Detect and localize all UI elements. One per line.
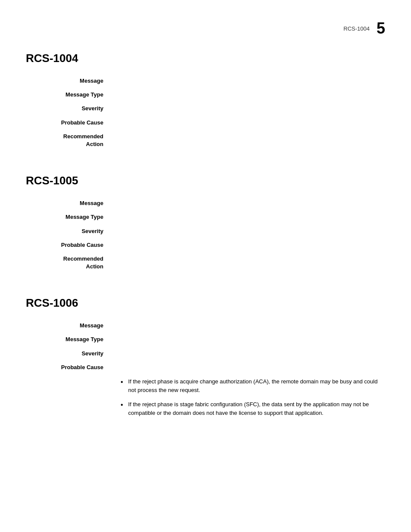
bullet-item-2-0: If the reject phase is acquire change au… (112, 377, 385, 394)
field-label-2-3: Probable Cause (26, 364, 112, 371)
field-row-2-2: Severity (26, 350, 385, 358)
field-row-1-2: Severity (26, 227, 385, 235)
bullet-item-2-1: If the reject phase is stage fabric conf… (112, 400, 385, 417)
field-row-1-3: Probable Cause (26, 241, 385, 249)
field-row-1-4: Recommended Action (26, 255, 385, 271)
bullet-container-2: If the reject phase is acquire change au… (112, 377, 385, 423)
section-title-rcs-1005: RCS-1005 (26, 174, 385, 187)
field-row-0-2: Severity (26, 105, 385, 112)
header-page-number: 5 (377, 21, 385, 36)
bullet-row-2: If the reject phase is acquire change au… (26, 377, 385, 423)
field-row-0-4: Recommended Action (26, 133, 385, 148)
header-code: RCS-1004 (343, 25, 370, 32)
field-label-1-4: Recommended Action (26, 255, 112, 271)
section-rcs-1004: RCS-1004MessageMessage TypeSeverityProba… (26, 52, 385, 148)
field-row-0-0: Message (26, 77, 385, 85)
bullet-text-2-1: If the reject phase is stage fabric conf… (128, 400, 385, 417)
page-content: RCS-1004MessageMessage TypeSeverityProba… (0, 0, 411, 475)
field-row-2-3: Probable Cause (26, 364, 385, 371)
field-label-0-0: Message (26, 77, 112, 85)
field-label-2-2: Severity (26, 350, 112, 358)
field-label-2-1: Message Type (26, 336, 112, 343)
field-label-0-1: Message Type (26, 91, 112, 99)
page-header: RCS-1004 5 (343, 21, 385, 36)
bullet-text-2-0: If the reject phase is acquire change au… (128, 377, 385, 394)
field-label-1-2: Severity (26, 227, 112, 235)
section-title-rcs-1006: RCS-1006 (26, 296, 385, 310)
field-label-0-3: Probable Cause (26, 119, 112, 127)
field-row-0-1: Message Type (26, 91, 385, 99)
field-label-0-4: Recommended Action (26, 133, 112, 148)
section-rcs-1006: RCS-1006MessageMessage TypeSeverityProba… (26, 296, 385, 423)
field-row-1-1: Message Type (26, 213, 385, 221)
field-row-2-0: Message (26, 322, 385, 330)
field-label-0-2: Severity (26, 105, 112, 112)
field-label-1-3: Probable Cause (26, 241, 112, 249)
section-rcs-1005: RCS-1005MessageMessage TypeSeverityProba… (26, 174, 385, 271)
section-title-rcs-1004: RCS-1004 (26, 52, 385, 65)
bullet-list-2: If the reject phase is acquire change au… (112, 377, 385, 417)
field-label-2-0: Message (26, 322, 112, 330)
field-row-0-3: Probable Cause (26, 119, 385, 127)
field-label-1-0: Message (26, 199, 112, 207)
field-row-2-1: Message Type (26, 336, 385, 343)
field-label-1-1: Message Type (26, 213, 112, 221)
field-row-1-0: Message (26, 199, 385, 207)
